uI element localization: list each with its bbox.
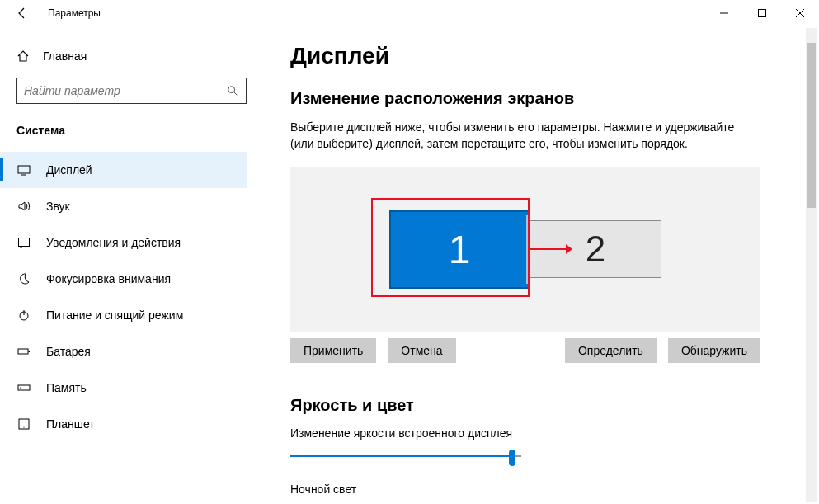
- nav-label: Фокусировка внимания: [46, 272, 171, 285]
- tablet-icon: [16, 417, 31, 431]
- storage-icon: [16, 381, 31, 394]
- nav-item-battery[interactable]: Батарея: [0, 333, 247, 370]
- page-title: Дисплей: [290, 43, 786, 69]
- nav-item-focus[interactable]: Фокусировка внимания: [0, 261, 247, 297]
- display-icon: [16, 163, 31, 177]
- arrow-left-icon: [16, 7, 29, 20]
- svg-point-14: [20, 387, 21, 389]
- power-icon: [16, 309, 31, 322]
- arrange-description: Выберите дисплей ниже, чтобы изменить ег…: [290, 120, 752, 152]
- nav-item-power[interactable]: Питание и спящий режим: [0, 297, 247, 333]
- svg-line-5: [234, 92, 238, 96]
- minimize-icon: [720, 9, 728, 17]
- annotation-arrow-icon: [530, 243, 572, 256]
- arrange-buttons: Применить Отмена Определить Обнаружить: [290, 338, 760, 363]
- maximize-icon: [758, 9, 766, 17]
- section-heading: Система: [16, 124, 247, 137]
- maximize-button[interactable]: [743, 0, 781, 26]
- window-title: Параметры: [48, 7, 101, 19]
- svg-rect-8: [19, 238, 30, 247]
- svg-rect-13: [18, 385, 30, 390]
- detect-button[interactable]: Обнаружить: [668, 338, 760, 363]
- battery-icon: [16, 345, 31, 358]
- search-input[interactable]: [17, 84, 219, 97]
- titlebar: Параметры: [0, 0, 819, 26]
- nav-item-display[interactable]: Дисплей: [0, 152, 247, 188]
- svg-rect-12: [29, 351, 31, 352]
- search-icon: [219, 85, 246, 97]
- svg-rect-6: [18, 166, 30, 173]
- home-icon: [16, 49, 30, 63]
- sidebar: Главная Система Дисплей Звук: [0, 26, 264, 504]
- nav-list: Дисплей Звук Уведомления и действия Фоку…: [0, 152, 247, 442]
- nav-item-tablet[interactable]: Планшет: [0, 406, 247, 442]
- nav-label: Уведомления и действия: [46, 236, 181, 249]
- brightness-slider[interactable]: [290, 448, 521, 466]
- nav-label: Память: [46, 381, 87, 394]
- close-icon: [796, 9, 804, 17]
- svg-point-4: [228, 87, 235, 93]
- nav-label: Звук: [46, 200, 70, 213]
- close-button[interactable]: [781, 0, 819, 26]
- sound-icon: [16, 200, 31, 213]
- nav-item-notifications[interactable]: Уведомления и действия: [0, 224, 247, 261]
- back-button[interactable]: [10, 7, 35, 20]
- brightness-heading: Яркость и цвет: [290, 396, 786, 415]
- brightness-label: Изменение яркости встроенного дисплея: [290, 426, 786, 440]
- nav-label: Дисплей: [46, 163, 92, 177]
- scrollbar[interactable]: [806, 28, 817, 502]
- nav-label: Батарея: [46, 345, 91, 358]
- svg-marker-18: [566, 244, 572, 254]
- main-content: Дисплей Изменение расположения экранов В…: [264, 26, 819, 504]
- nav-item-sound[interactable]: Звук: [0, 188, 247, 224]
- display-arrangement[interactable]: 1 2: [290, 167, 760, 332]
- slider-thumb[interactable]: [509, 450, 515, 466]
- identify-button[interactable]: Определить: [565, 338, 657, 363]
- nav-label: Планшет: [46, 417, 95, 431]
- nav-item-storage[interactable]: Память: [0, 370, 247, 406]
- monitor-1[interactable]: 1: [389, 210, 530, 289]
- home-link[interactable]: Главная: [16, 49, 247, 63]
- svg-rect-1: [759, 10, 766, 17]
- svg-point-16: [23, 426, 24, 427]
- scrollbar-thumb[interactable]: [807, 43, 816, 208]
- apply-button[interactable]: Применить: [290, 338, 376, 363]
- nav-label: Питание и спящий режим: [46, 309, 183, 322]
- notifications-icon: [16, 236, 31, 249]
- svg-rect-11: [18, 349, 28, 354]
- arrange-heading: Изменение расположения экранов: [290, 89, 786, 108]
- night-light-label: Ночной свет: [290, 483, 786, 496]
- moon-icon: [16, 272, 31, 285]
- minimize-button[interactable]: [705, 0, 743, 26]
- home-label: Главная: [43, 49, 87, 63]
- cancel-button[interactable]: Отмена: [388, 338, 455, 363]
- search-box[interactable]: [16, 78, 247, 104]
